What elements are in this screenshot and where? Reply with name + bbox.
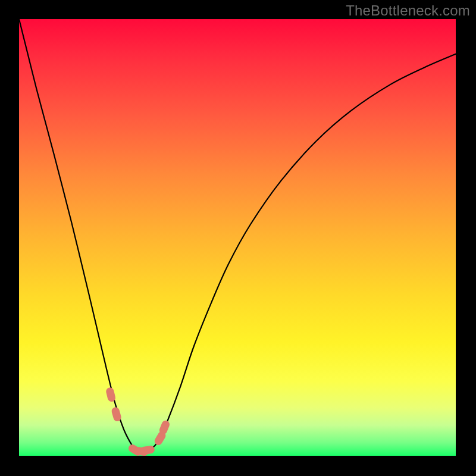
bottleneck-curve	[19, 19, 456, 452]
curve-svg	[19, 19, 456, 456]
watermark-text: TheBottleneck.com	[346, 2, 470, 19]
plot-area	[19, 19, 456, 456]
marker-bottom-3	[140, 445, 155, 455]
curve-markers	[105, 387, 171, 456]
chart-frame: TheBottleneck.com	[0, 0, 476, 476]
marker-left-upper	[105, 387, 116, 402]
